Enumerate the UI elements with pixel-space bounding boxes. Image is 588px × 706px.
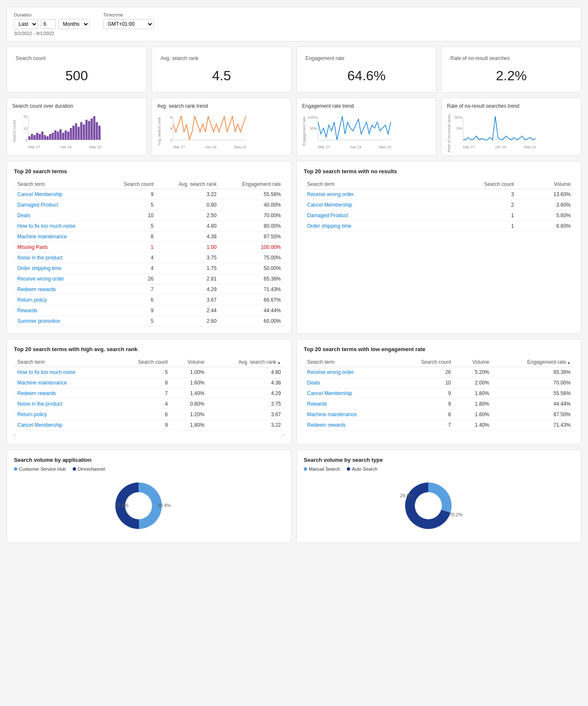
metric-value: 64.6% — [305, 68, 427, 84]
duration-unit-select[interactable]: Months — [58, 19, 90, 29]
table-cell-term[interactable]: Damaged Product — [14, 200, 105, 210]
table-cell-value: 2.50 — [157, 210, 220, 221]
chart-title: Search count over duration — [12, 103, 141, 109]
svg-text:Mar 27: Mar 27 — [173, 145, 185, 148]
svg-text:May 22: May 22 — [234, 145, 247, 148]
table-cell-term[interactable]: Cancel Membership — [14, 189, 105, 200]
table-cell-value: 71.43% — [220, 284, 284, 295]
table-cell-term[interactable]: Redeem rewards — [304, 420, 395, 431]
table-cell-value: 1.75 — [157, 263, 220, 274]
table-row: Cancel Membership91.80%55.56% — [304, 388, 574, 399]
svg-text:Apr 24: Apr 24 — [205, 145, 217, 148]
table-cell-term[interactable]: Summer promotion — [14, 316, 105, 327]
table-cell-value: 6 — [114, 409, 171, 420]
timezone-select[interactable]: GMT+01:00 — [103, 19, 154, 29]
svg-rect-10 — [41, 131, 44, 140]
svg-text:Mar 27: Mar 27 — [28, 145, 40, 148]
table-header: Engagement rate — [220, 180, 284, 189]
table-cell-value: 4 — [105, 253, 157, 263]
legend-label: Manual Search — [309, 466, 340, 472]
duration-value-input[interactable] — [41, 19, 56, 29]
table-cell-term[interactable]: Machine maintenance — [14, 378, 114, 388]
table-cell-value: 8 — [105, 232, 157, 242]
table-row: How to fix too much noise54.8080.00% — [14, 221, 284, 232]
table-cell-value: 80.00% — [220, 221, 284, 232]
table-cell-term[interactable]: Machine maintenance — [304, 409, 395, 420]
table-cell-value: 55.56% — [493, 388, 574, 399]
chart-area: Rate of no-result searc... 50% 0% Mar 27… — [447, 112, 576, 150]
table-cell-term[interactable]: Redeem rewards — [14, 284, 105, 295]
table-cell-term[interactable]: Deals — [304, 378, 395, 388]
table-row: Cancel Membership93.2255.56% — [14, 189, 284, 200]
table-cell-term[interactable]: Return policy — [14, 409, 114, 420]
table-cell-value: 1.40% — [171, 388, 208, 399]
table-cell-term[interactable]: Cancel Membership — [14, 420, 114, 431]
table-cell-value: 26 — [395, 367, 454, 378]
app-donut-title: Search volume by application — [14, 457, 284, 463]
table-cell-value: 2.60 — [157, 316, 220, 327]
table-cell-value: 66.67% — [220, 295, 284, 305]
duration-type-select[interactable]: Last — [14, 19, 38, 29]
table-row: Deals102.00%70.00% — [304, 378, 574, 388]
type-donut-label1: 29.8% — [400, 493, 413, 498]
table-cell-value: 1.80% — [455, 399, 493, 409]
chart-y-label: Avg. search rank — [157, 117, 161, 145]
table-cell-value: 5.60% — [517, 210, 574, 221]
type-donut-svg: 29.8% 70.2% — [397, 478, 481, 533]
table-cell-term[interactable]: Rewards — [304, 399, 395, 409]
trend-chart-card: Rate of no-result searches trend Rate of… — [441, 98, 581, 156]
svg-rect-9 — [39, 134, 41, 140]
table-cell-value: 5 — [105, 200, 157, 210]
svg-rect-17 — [60, 129, 62, 140]
table-cell-term[interactable]: Rewards — [14, 305, 105, 316]
table-row: Receive wrong order262.8165.38% — [14, 274, 284, 284]
table-cell-term[interactable]: Receive wrong order — [14, 274, 105, 284]
svg-rect-25 — [80, 122, 82, 140]
svg-text:0%: 0% — [457, 126, 462, 131]
table-row: How to fix too much noise51.00%4.80 — [14, 367, 284, 378]
high-rank-table-title: Top 20 search terms with high avg. searc… — [14, 346, 284, 352]
legend-label: Auto Search — [352, 466, 378, 472]
legend-item: Omnichannel — [73, 466, 105, 472]
table-cell-value: 87.50% — [220, 232, 284, 242]
table-cell-value: 2.81 — [157, 274, 220, 284]
table-cell-term[interactable]: Order shipping time — [304, 221, 430, 232]
svg-rect-11 — [44, 135, 46, 140]
table-cell-term[interactable]: How to fix too much noise — [14, 367, 114, 378]
svg-text:8: 8 — [170, 115, 172, 120]
table-row: Redeem rewards71.40%71.43% — [304, 420, 574, 431]
table-cell-term[interactable]: Damaged Product — [304, 210, 430, 221]
table-cell-term[interactable]: How to fix too much noise — [14, 221, 105, 232]
chart-area: Avg. search rank 8 4 2 Mar 27 Apr 24 May… — [157, 112, 286, 150]
table-cell-value: 44.44% — [220, 305, 284, 316]
duration-label: Duration — [14, 12, 90, 17]
table-cell-term[interactable]: Deals — [14, 210, 105, 221]
table-cell-term[interactable]: Receive wrong order — [304, 189, 430, 200]
metric-title: Avg. search rank — [161, 55, 283, 61]
table-cell-term[interactable]: Machine maintenance — [14, 232, 105, 242]
table-header: Search term — [304, 180, 430, 189]
table-cell-term[interactable]: Order shipping time — [14, 263, 105, 274]
table-cell-term[interactable]: Missing Parts — [14, 242, 105, 253]
table-row: Rewards92.4444.44% — [14, 305, 284, 316]
legend-label: Omnichannel — [78, 466, 105, 472]
table-cell-term[interactable]: Noise in the product — [14, 399, 114, 409]
table-cell-term[interactable]: Return policy — [14, 295, 105, 305]
table-cell-value: 65.38% — [220, 274, 284, 284]
table-cell-value: 5.20% — [455, 367, 493, 378]
table-cell-term[interactable]: Redeem rewards — [14, 388, 114, 399]
scroll-indicator[interactable]: ‹› — [14, 432, 284, 437]
table-header: Volume — [455, 357, 493, 367]
table-row: Cancel Membership91.80%3.22 — [14, 420, 284, 431]
table-cell-value: 4.38 — [157, 232, 220, 242]
app-donut-label1: 49.6% — [115, 503, 128, 508]
table-cell-term[interactable]: Cancel Membership — [304, 388, 395, 399]
table-cell-value: 4.29 — [208, 388, 284, 399]
svg-text:Mar 27: Mar 27 — [463, 145, 475, 148]
table-cell-term[interactable]: Receive wrong order — [304, 367, 395, 378]
table-header: Volume — [171, 357, 208, 367]
table-cell-term[interactable]: Cancel Membership — [304, 200, 430, 210]
table-cell-term[interactable]: Noise in the product — [14, 253, 105, 263]
svg-text:Apr 24: Apr 24 — [495, 145, 506, 148]
high-rank-table-card: Top 20 search terms with high avg. searc… — [7, 339, 291, 444]
